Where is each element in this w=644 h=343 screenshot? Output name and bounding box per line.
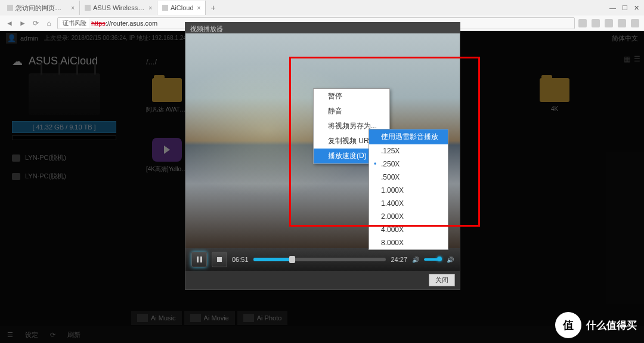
total-time: 24:27 — [391, 256, 407, 263]
url-scheme: https — [91, 20, 106, 27]
video-context-menu: 暂停 静音 将视频另存为... 复制视频 URL 播放速度(D)▶ 使用迅雷影音… — [313, 88, 390, 164]
close-icon[interactable]: ✕ — [634, 4, 639, 12]
close-icon[interactable]: × — [71, 5, 75, 11]
fullscreen-icon[interactable]: 🔊 — [447, 257, 454, 263]
watermark-text: 什么值得买 — [586, 319, 637, 332]
menu-xunlei-play[interactable]: 使用迅雷影音播放 — [369, 129, 448, 144]
url-host: ://router.asus.com — [106, 20, 157, 27]
extension-icon[interactable] — [592, 19, 600, 27]
browser-tab-2[interactable]: AiCloud× — [157, 1, 206, 15]
browser-tab-strip: 您访问的网页出错了！× ASUS Wireless Router R...× A… — [0, 0, 644, 16]
extension-icon[interactable] — [618, 19, 626, 27]
page-icon — [162, 5, 168, 11]
close-icon[interactable]: × — [197, 5, 201, 11]
stop-button[interactable] — [212, 252, 227, 267]
watermark: 值 什么值得买 — [555, 312, 637, 338]
menu-mute[interactable]: 静音 — [314, 104, 389, 119]
seek-thumb[interactable] — [289, 256, 295, 263]
speed-option[interactable]: 4.000X — [369, 223, 448, 236]
menu-pause[interactable]: 暂停 — [314, 89, 389, 104]
extension-icons — [578, 19, 639, 27]
close-icon[interactable]: × — [148, 5, 152, 11]
player-title-bar: 视频播放器 — [185, 23, 460, 33]
extension-icon[interactable] — [578, 19, 587, 27]
browser-tab-1[interactable]: ASUS Wireless Router R...× — [80, 1, 157, 15]
speed-option[interactable]: 2.000X — [369, 210, 448, 223]
browser-tab-0[interactable]: 您访问的网页出错了！× — [2, 1, 80, 15]
speed-option[interactable]: 1.000X — [369, 184, 448, 197]
menu-icon[interactable] — [631, 19, 639, 27]
page-icon — [7, 5, 13, 11]
player-controls: 06:51 24:27 🔊 🔊 — [185, 248, 460, 271]
certificate-risk-badge: 证书风险 — [60, 18, 89, 28]
volume-icon[interactable]: 🔊 — [412, 257, 419, 263]
forward-button[interactable]: ► — [18, 18, 27, 28]
watermark-logo-icon: 值 — [555, 312, 581, 338]
close-button[interactable]: 关闭 — [429, 274, 455, 286]
minimize-icon[interactable]: — — [609, 4, 616, 12]
menu-label: 播放速度(D) — [328, 152, 367, 160]
tab-label: AiCloud — [171, 4, 194, 11]
maximize-icon[interactable]: ☐ — [622, 4, 628, 12]
extension-icon[interactable] — [605, 19, 613, 27]
home-button[interactable]: ⌂ — [44, 18, 54, 28]
back-button[interactable]: ◄ — [5, 18, 14, 28]
tab-label: 您访问的网页出错了！ — [16, 4, 67, 13]
page-icon — [85, 5, 91, 11]
speed-submenu: 使用迅雷影音播放 .125X .250X .500X 1.000X 1.400X… — [369, 129, 448, 250]
speed-option[interactable]: .250X — [369, 157, 448, 171]
speed-option[interactable]: .500X — [369, 171, 448, 184]
volume-slider[interactable] — [424, 258, 442, 261]
seek-bar[interactable] — [253, 258, 386, 261]
speed-option[interactable]: 8.000X — [369, 236, 448, 249]
speed-option[interactable]: .125X — [369, 144, 448, 157]
new-tab-button[interactable]: + — [206, 3, 220, 13]
pause-button[interactable] — [191, 252, 207, 267]
reload-button[interactable]: ⟳ — [31, 18, 41, 28]
tab-label: ASUS Wireless Router R... — [93, 4, 145, 11]
elapsed-time: 06:51 — [232, 256, 249, 263]
player-footer: 关闭 — [185, 271, 460, 289]
speed-option[interactable]: 1.400X — [369, 197, 448, 210]
